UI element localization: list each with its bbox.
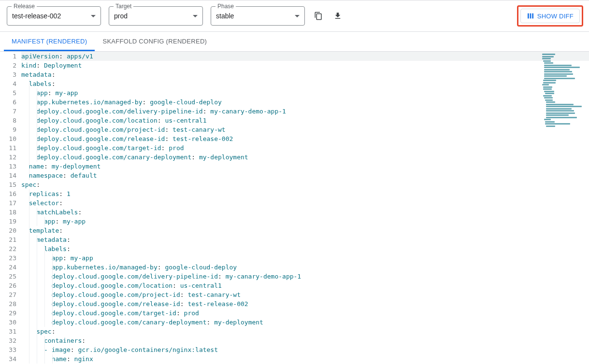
code-line: matchLabels: <box>21 208 589 217</box>
code-line: app: my-app <box>21 88 589 98</box>
line-number: 14 <box>3 171 16 180</box>
show-diff-highlight: SHOW DIFF <box>517 5 583 27</box>
line-number: 4 <box>3 79 16 88</box>
code-line: deploy.cloud.google.com/project-id: test… <box>21 290 589 299</box>
code-line: metadata: <box>21 70 589 79</box>
line-number: 31 <box>3 327 16 336</box>
code-line: spec: <box>21 180 589 189</box>
code-line: deploy.cloud.google.com/location: us-cen… <box>21 116 589 125</box>
code-line: apiVersion: apps/v1 <box>21 52 589 61</box>
line-number: 12 <box>3 153 16 162</box>
tab-manifest[interactable]: MANIFEST (RENDERED) <box>4 32 95 51</box>
code-line: name: my-deployment <box>21 162 589 171</box>
code-line: app.kubernetes.io/managed-by: google-clo… <box>21 98 589 107</box>
code-line: deploy.cloud.google.com/target-id: prod <box>21 143 589 153</box>
code-line: replicas: 1 <box>21 189 589 198</box>
code-line: containers: <box>21 336 589 345</box>
line-number: 22 <box>3 244 16 253</box>
line-number: 27 <box>3 290 16 299</box>
tabs: MANIFEST (RENDERED) SKAFFOLD CONFIG (REN… <box>0 32 589 52</box>
line-number: 34 <box>3 354 16 364</box>
code-line: labels: <box>21 244 589 253</box>
line-number: 9 <box>3 125 16 134</box>
line-number: 24 <box>3 263 16 272</box>
line-number: 13 <box>3 162 16 171</box>
line-number: 33 <box>3 345 16 354</box>
line-number: 1 <box>3 52 16 61</box>
line-number: 8 <box>3 116 16 125</box>
phase-value: stable <box>216 12 295 20</box>
code-line: - image: gcr.io/google-containers/nginx:… <box>21 345 589 354</box>
svg-rect-2 <box>532 14 533 19</box>
code-line: app: my-app <box>21 217 589 226</box>
code-line: deploy.cloud.google.com/release-id: test… <box>21 299 589 308</box>
show-diff-button[interactable]: SHOW DIFF <box>520 9 580 23</box>
line-number: 28 <box>3 299 16 308</box>
code-line: kind: Deployment <box>21 61 589 70</box>
release-label: Release <box>12 3 37 10</box>
tab-skaffold[interactable]: SKAFFOLD CONFIG (RENDERED) <box>95 32 215 51</box>
line-number: 2 <box>3 61 16 70</box>
copy-icon <box>314 12 323 20</box>
line-number: 30 <box>3 318 16 327</box>
download-button[interactable] <box>332 10 344 22</box>
code-line: app: my-app <box>21 253 589 263</box>
target-label: Target <box>114 3 133 10</box>
code-line: deploy.cloud.google.com/delivery-pipelin… <box>21 107 589 116</box>
copy-button[interactable] <box>313 10 324 22</box>
line-number: 18 <box>3 208 16 217</box>
target-value: prod <box>114 12 193 20</box>
compare-icon <box>527 12 534 20</box>
code-editor[interactable]: 1234567891011121314151617181920212223242… <box>0 52 589 364</box>
code-line: template: <box>21 226 589 235</box>
line-number: 10 <box>3 134 16 143</box>
code-line: namespace: default <box>21 171 589 180</box>
target-select[interactable]: Target prod <box>109 6 203 26</box>
code-line: metadata: <box>21 235 589 244</box>
line-number: 26 <box>3 281 16 290</box>
code-line: deploy.cloud.google.com/target-id: prod <box>21 308 589 318</box>
code-line: deploy.cloud.google.com/project-id: test… <box>21 125 589 134</box>
release-select[interactable]: Release test-release-002 <box>7 6 101 26</box>
code-line: name: nginx <box>21 354 589 364</box>
phase-select[interactable]: Phase stable <box>211 6 305 26</box>
code-line: selector: <box>21 198 589 208</box>
release-value: test-release-002 <box>12 12 91 20</box>
code-line: spec: <box>21 327 589 336</box>
line-number: 32 <box>3 336 16 345</box>
line-number: 21 <box>3 235 16 244</box>
code-line: deploy.cloud.google.com/location: us-cen… <box>21 281 589 290</box>
line-number-gutter: 1234567891011121314151617181920212223242… <box>0 52 21 364</box>
code-line: labels: <box>21 79 589 88</box>
line-number: 3 <box>3 70 16 79</box>
line-number: 16 <box>3 189 16 198</box>
line-number: 6 <box>3 98 16 107</box>
line-number: 25 <box>3 272 16 281</box>
line-number: 15 <box>3 180 16 189</box>
code-line: app.kubernetes.io/managed-by: google-clo… <box>21 263 589 272</box>
code-line: deploy.cloud.google.com/canary-deploymen… <box>21 318 589 327</box>
svg-rect-1 <box>530 14 531 19</box>
toolbar: Release test-release-002 Target prod Pha… <box>0 0 589 32</box>
line-number: 11 <box>3 143 16 153</box>
code-content: apiVersion: apps/v1kind: Deploymentmetad… <box>21 52 589 364</box>
line-number: 20 <box>3 226 16 235</box>
code-line: deploy.cloud.google.com/delivery-pipelin… <box>21 272 589 281</box>
chevron-down-icon <box>295 15 300 17</box>
svg-rect-0 <box>528 14 529 19</box>
code-line: deploy.cloud.google.com/release-id: test… <box>21 134 589 143</box>
phase-label: Phase <box>215 3 236 10</box>
line-number: 23 <box>3 253 16 263</box>
chevron-down-icon <box>193 15 198 17</box>
download-icon <box>333 12 342 20</box>
line-number: 17 <box>3 198 16 208</box>
code-line: deploy.cloud.google.com/canary-deploymen… <box>21 153 589 162</box>
show-diff-label: SHOW DIFF <box>537 13 574 20</box>
line-number: 19 <box>3 217 16 226</box>
line-number: 5 <box>3 88 16 98</box>
line-number: 7 <box>3 107 16 116</box>
line-number: 29 <box>3 308 16 318</box>
chevron-down-icon <box>91 15 96 17</box>
